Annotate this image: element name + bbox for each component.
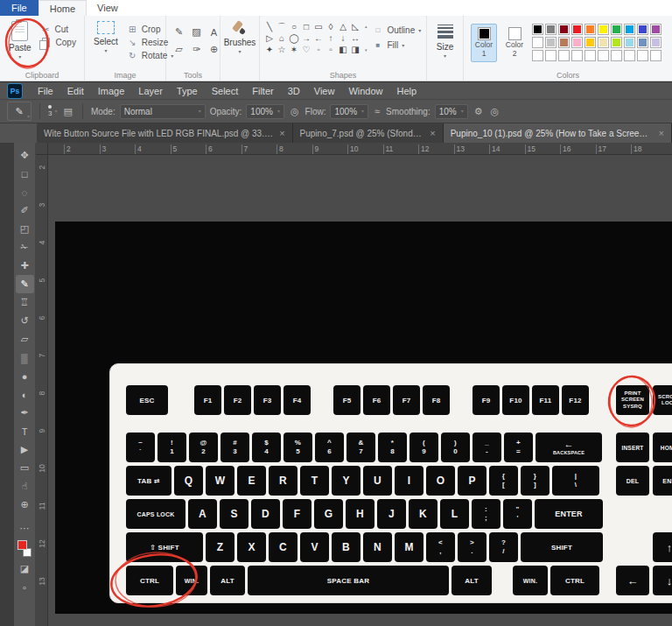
document-tab-3[interactable]: Pupino_10 (1).psd @ 25% (How to Take a S… bbox=[444, 123, 672, 143]
palette-swatch[interactable] bbox=[584, 24, 596, 35]
shape-tool-icon[interactable]: ▭ bbox=[16, 459, 34, 477]
palette-swatch[interactable] bbox=[637, 37, 648, 48]
size-button[interactable]: Size ▾ bbox=[430, 19, 459, 60]
shape-1[interactable]: ⌒ bbox=[276, 21, 288, 32]
foreground-color-swatch[interactable] bbox=[18, 540, 27, 550]
palette-swatch[interactable] bbox=[558, 37, 570, 48]
dodge-tool-icon[interactable]: ◐ bbox=[16, 385, 34, 404]
shape-19[interactable]: ♡ bbox=[300, 44, 312, 55]
eraser-icon[interactable]: ▱ bbox=[172, 42, 186, 57]
palette-swatch[interactable] bbox=[624, 37, 635, 48]
shape-5[interactable]: ◊ bbox=[325, 21, 337, 32]
palette-swatch[interactable] bbox=[624, 24, 635, 35]
menu-view[interactable]: View bbox=[307, 86, 342, 96]
palette-swatch[interactable] bbox=[598, 24, 609, 35]
brushes-button[interactable]: Brushes ▾ bbox=[224, 19, 256, 56]
color2-button[interactable]: Color 2 bbox=[501, 24, 528, 62]
crop-tool-icon[interactable]: ◰ bbox=[16, 220, 34, 238]
shape-22[interactable]: ◧ bbox=[337, 44, 349, 55]
smoothing-select[interactable]: 10% ▾ bbox=[435, 104, 468, 119]
palette-swatch[interactable] bbox=[558, 24, 570, 35]
palette-swatch[interactable] bbox=[571, 37, 583, 48]
marquee-tool-icon[interactable]: □ bbox=[16, 165, 34, 183]
fill-bucket-icon[interactable]: ▨ bbox=[189, 25, 204, 39]
shape-4[interactable]: ▭ bbox=[312, 21, 325, 32]
tab-close-icon[interactable]: × bbox=[279, 129, 284, 138]
shape-20[interactable]: ◦ bbox=[312, 44, 325, 55]
gradient-tool-icon[interactable]: ▒ bbox=[16, 348, 34, 367]
palette-swatch[interactable] bbox=[650, 37, 662, 48]
palette-swatch[interactable] bbox=[650, 24, 662, 35]
palette-swatch[interactable] bbox=[624, 50, 635, 61]
eyedropper-tool-icon[interactable]: ✁ bbox=[16, 238, 34, 257]
paint-file-tab[interactable]: File bbox=[0, 0, 38, 16]
paste-button[interactable]: Paste ▾ bbox=[4, 19, 37, 69]
text-icon[interactable]: A bbox=[206, 25, 221, 39]
shape-10[interactable]: ◯ bbox=[288, 32, 300, 44]
fill-dropdown[interactable]: ■ Fill ▾ bbox=[373, 40, 422, 50]
tab-close-icon[interactable]: × bbox=[430, 129, 435, 138]
clone-stamp-tool-icon[interactable]: ♖ bbox=[16, 293, 34, 312]
menu-3d[interactable]: 3D bbox=[281, 86, 307, 96]
pen-tool-icon[interactable]: ✒ bbox=[16, 404, 34, 422]
paint-home-tab[interactable]: Home bbox=[38, 0, 87, 16]
scroll-up-icon[interactable]: ▴ bbox=[365, 24, 368, 29]
quick-selection-tool-icon[interactable]: ✐ bbox=[16, 201, 34, 220]
select-button[interactable]: Select ▾ bbox=[88, 19, 123, 69]
palette-swatch[interactable] bbox=[611, 50, 622, 61]
shape-7[interactable]: ◺ bbox=[349, 21, 361, 32]
palette-swatch[interactable] bbox=[637, 50, 648, 61]
palette-swatch[interactable] bbox=[545, 37, 556, 48]
shape-23[interactable]: ◨ bbox=[349, 44, 361, 55]
palette-swatch[interactable] bbox=[611, 24, 622, 35]
palette-swatch[interactable] bbox=[545, 24, 556, 35]
tab-close-icon[interactable]: × bbox=[659, 129, 664, 138]
healing-brush-tool-icon[interactable]: ✚ bbox=[16, 257, 34, 275]
shape-6[interactable]: △ bbox=[337, 21, 349, 32]
document-tab-2[interactable]: Pupino_7.psd @ 25% (Sfondo, RGB/...× bbox=[293, 123, 444, 143]
shape-9[interactable]: ⌂ bbox=[276, 32, 288, 44]
shapes-scrollbar[interactable]: ▴ ▾ bbox=[364, 21, 368, 55]
palette-swatch[interactable] bbox=[545, 50, 556, 61]
move-tool-icon[interactable]: ✥ bbox=[16, 146, 34, 165]
blur-tool-icon[interactable]: ● bbox=[16, 367, 34, 385]
shape-21[interactable]: ▫ bbox=[325, 44, 337, 55]
scroll-down-icon[interactable]: ▾ bbox=[365, 47, 368, 53]
cut-button[interactable]: ✂ Cut bbox=[40, 25, 76, 34]
palette-swatch[interactable] bbox=[532, 50, 543, 61]
airbrush-icon[interactable]: ≈ bbox=[373, 106, 382, 116]
menu-image[interactable]: Image bbox=[91, 86, 132, 96]
color1-button[interactable]: Color 1 bbox=[471, 24, 497, 62]
color-picker-icon[interactable]: ✑ bbox=[189, 42, 204, 57]
palette-swatch[interactable] bbox=[611, 37, 622, 48]
shape-8[interactable]: ▷ bbox=[263, 32, 276, 44]
palette-swatch[interactable] bbox=[584, 37, 596, 48]
palette-swatch[interactable] bbox=[571, 24, 583, 35]
menu-layer[interactable]: Layer bbox=[131, 86, 170, 96]
palette-swatch[interactable] bbox=[598, 37, 609, 48]
menu-filter[interactable]: Filter bbox=[245, 86, 280, 96]
opacity-select[interactable]: 100% ▾ bbox=[246, 104, 284, 119]
history-brush-tool-icon[interactable]: ↺ bbox=[16, 312, 34, 330]
palette-swatch[interactable] bbox=[558, 50, 570, 61]
shape-11[interactable]: → bbox=[300, 32, 312, 44]
brush-size-dropdown[interactable]: 3 ▾ bbox=[48, 105, 57, 117]
menu-type[interactable]: Type bbox=[170, 86, 205, 96]
palette-swatch[interactable] bbox=[571, 50, 583, 61]
shape-15[interactable]: ↔ bbox=[349, 32, 361, 44]
menu-edit[interactable]: Edit bbox=[60, 86, 91, 96]
document-canvas[interactable]: ESCF1F2F3F4F5F6F7F8F9F10F11F12~`!1@2#3$4… bbox=[48, 155, 672, 626]
menu-select[interactable]: Select bbox=[205, 86, 246, 96]
shape-13[interactable]: ↑ bbox=[325, 32, 337, 44]
eraser-tool-icon[interactable]: ▱ bbox=[16, 330, 34, 348]
palette-swatch[interactable] bbox=[650, 50, 662, 61]
path-selection-tool-icon[interactable]: ▶ bbox=[16, 440, 34, 459]
quick-mask-icon[interactable]: ◪ bbox=[16, 559, 34, 578]
copy-button[interactable]: Copy bbox=[40, 38, 76, 47]
menu-help[interactable]: Help bbox=[390, 86, 424, 96]
shape-3[interactable]: □ bbox=[300, 21, 312, 32]
lasso-tool-icon[interactable]: ◌ bbox=[16, 183, 34, 201]
flow-select[interactable]: 100% ▾ bbox=[330, 104, 368, 119]
shape-16[interactable]: ✦ bbox=[263, 44, 276, 55]
pen-pressure-icon[interactable]: ◎ bbox=[289, 106, 301, 117]
